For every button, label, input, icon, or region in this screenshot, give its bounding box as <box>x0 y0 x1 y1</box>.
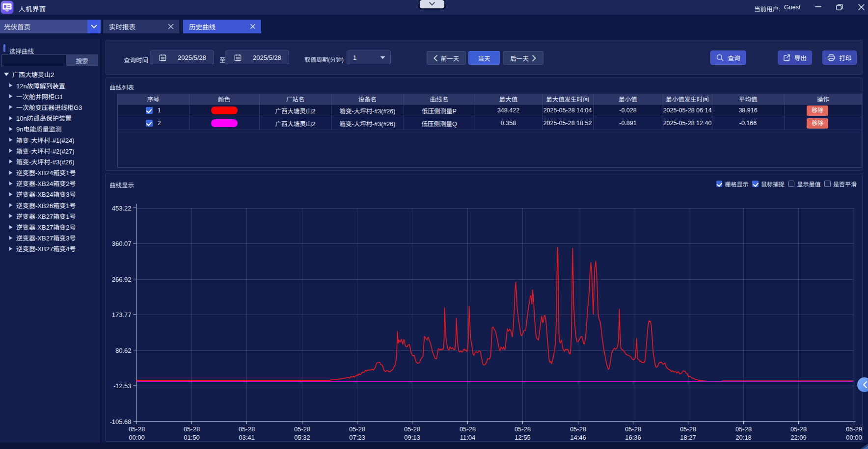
top-collapse-handle[interactable] <box>420 0 444 8</box>
column-header: 设备名 <box>331 94 404 104</box>
tree-collapsed-icon[interactable] <box>9 116 12 120</box>
curve-list-panel: 曲线列表 序号颜色厂站名设备名曲线名最大值最大值发生时间最小值最小值发生时间平均… <box>106 78 863 171</box>
chevron-right-icon <box>532 55 536 61</box>
bottom-strip <box>0 443 868 449</box>
sidebar-collapse-handle[interactable] <box>857 377 868 392</box>
sidebar: 选择曲线 搜索 广西大塘灵山2 12n故障解列装置一次舱并网柜G1一次舱变压器进… <box>0 39 102 443</box>
window-close-button[interactable] <box>854 0 868 14</box>
action-cell: 移除 <box>784 117 862 130</box>
tree-item-label: 逆变器-XB26箱变1号 <box>16 201 76 210</box>
next-day-button[interactable]: 后一天 <box>503 51 543 65</box>
x-tick-date: 05-28 <box>404 425 420 433</box>
tab-realtime-report[interactable]: 实时报表 <box>103 20 179 33</box>
tree-item-label: 一次舱并网柜G1 <box>16 92 63 101</box>
tab-close-icon[interactable] <box>249 23 256 30</box>
window-restore-button[interactable] <box>833 0 846 14</box>
y-tick-label: 453.22 <box>112 205 132 212</box>
history-curve-chart: 453.22360.07266.92173.7780.62-12.53-105.… <box>106 173 862 441</box>
query-panel: 查询时间 2025/5/28 至 2025/5/28 取值周期(分钟) 1 前一… <box>106 40 863 75</box>
tree-collapsed-icon[interactable] <box>9 236 12 240</box>
tree-item[interactable]: 逆变器-XB27箱变4号 <box>0 243 100 254</box>
row-checkbox[interactable] <box>146 107 153 114</box>
tree-item[interactable]: 逆变器-XB24箱变1号 <box>0 167 100 178</box>
index-cell: 1 <box>118 104 189 117</box>
tree-item[interactable]: 逆变器-XB26箱变1号 <box>0 200 100 211</box>
x-tick-date: 05-28 <box>680 425 696 433</box>
tree-root[interactable]: 广西大塘灵山2 <box>0 69 100 80</box>
tree-item-label: 12n故障解列装置 <box>16 81 65 90</box>
tree-item-label: 逆变器-XB27箱变2号 <box>16 222 76 232</box>
column-header: 最小值发生时间 <box>663 94 712 104</box>
tree-item[interactable]: 一次舱变压器进线柜G3 <box>0 102 100 112</box>
today-button[interactable]: 当天 <box>468 51 500 65</box>
tree-item[interactable]: 逆变器-XB27箱变3号 <box>0 233 100 243</box>
close-icon <box>858 4 865 10</box>
tree-collapsed-icon[interactable] <box>9 149 12 153</box>
tree-collapsed-icon[interactable] <box>9 192 12 196</box>
tree-item[interactable]: 逆变器-XB24箱变2号 <box>0 178 100 189</box>
tree-item[interactable]: 箱变-大坪村-#1(#24) <box>0 134 100 145</box>
tree-item[interactable]: 箱变-大坪村-#2(#27) <box>0 145 100 156</box>
tab-close-icon[interactable] <box>167 23 174 30</box>
chevron-left-icon <box>863 381 867 388</box>
tab-strip: 光伏首页 实时报表 历史曲线 <box>0 15 868 39</box>
x-tick-date: 05-28 <box>294 425 310 433</box>
search-icon <box>716 54 724 61</box>
remove-button[interactable]: 移除 <box>807 106 828 116</box>
export-button[interactable]: 导出 <box>778 51 812 65</box>
date-from-input[interactable]: 2025/5/28 <box>150 51 214 64</box>
tree-collapsed-icon[interactable] <box>9 171 12 175</box>
tab-history-curve[interactable]: 历史曲线 <box>183 20 261 33</box>
date-to-input[interactable]: 2025/5/28 <box>225 51 289 64</box>
window-minimize-button[interactable] <box>811 0 825 14</box>
max-cell: 348.422 <box>475 104 542 117</box>
tree-collapsed-icon[interactable] <box>9 225 12 229</box>
tree-item-label: 逆变器-XB27箱变4号 <box>16 244 76 253</box>
min-cell: -0.028 <box>593 104 663 117</box>
tree-collapsed-icon[interactable] <box>9 127 12 131</box>
tree-collapsed-icon[interactable] <box>9 159 12 163</box>
tree-item[interactable]: 箱变-大坪村-#3(#26) <box>0 156 100 167</box>
tree-collapsed-icon[interactable] <box>9 83 12 87</box>
search-button[interactable]: 搜索 <box>66 55 98 66</box>
row-checkbox[interactable] <box>146 120 153 127</box>
remove-button[interactable]: 移除 <box>807 118 828 129</box>
calendar-icon <box>234 54 242 61</box>
x-tick-time: 20:18 <box>735 434 752 441</box>
tree-item[interactable]: 12n故障解列装置 <box>0 80 100 91</box>
tree-item[interactable]: 9n电能质量监测 <box>0 124 100 134</box>
period-label: 取值周期(分钟) <box>304 55 344 63</box>
period-select[interactable]: 1 <box>347 51 391 64</box>
tree-item[interactable]: 逆变器-XB27箱变2号 <box>0 221 100 232</box>
x-tick-time: 03:41 <box>239 434 255 441</box>
query-time-label: 查询时间 <box>124 55 148 64</box>
print-button[interactable]: 打印 <box>822 51 857 65</box>
device-cell: 箱变-大坪村-#3(#26) <box>331 117 404 130</box>
x-tick-date: 05-28 <box>790 425 807 433</box>
tree-collapsed-icon[interactable] <box>9 214 12 218</box>
tree-collapsed-icon[interactable] <box>9 94 12 98</box>
tree-item[interactable]: 一次舱并网柜G1 <box>0 91 100 102</box>
query-button[interactable]: 查询 <box>710 51 746 65</box>
home-page-select[interactable]: 光伏首页 <box>0 20 101 33</box>
tree-collapsed-icon[interactable] <box>9 203 12 207</box>
export-button-label: 导出 <box>794 53 807 62</box>
prev-day-label: 前一天 <box>441 53 460 63</box>
prev-day-button[interactable]: 前一天 <box>427 51 466 65</box>
current-user-value: Guest <box>784 4 800 11</box>
curve-color-swatch <box>211 119 238 127</box>
tree-item[interactable]: 10n防孤岛保护装置 <box>0 113 100 124</box>
tree-collapsed-icon[interactable] <box>9 138 12 142</box>
tree-item[interactable]: 逆变器-XB24箱变3号 <box>0 189 100 200</box>
x-tick-time: 07:23 <box>349 434 365 441</box>
minimize-icon <box>815 6 821 7</box>
search-input[interactable] <box>2 55 66 66</box>
x-tick-time: 14:46 <box>570 434 586 441</box>
y-tick-label: 266.92 <box>112 276 132 283</box>
x-tick-time: 16:36 <box>625 434 641 441</box>
tree-item[interactable]: 逆变器-XB27箱变1号 <box>0 211 100 221</box>
tree-collapsed-icon[interactable] <box>9 247 12 251</box>
tree-expanded-icon[interactable] <box>4 73 9 76</box>
tree-collapsed-icon[interactable] <box>9 182 12 185</box>
tree-collapsed-icon[interactable] <box>9 105 12 109</box>
